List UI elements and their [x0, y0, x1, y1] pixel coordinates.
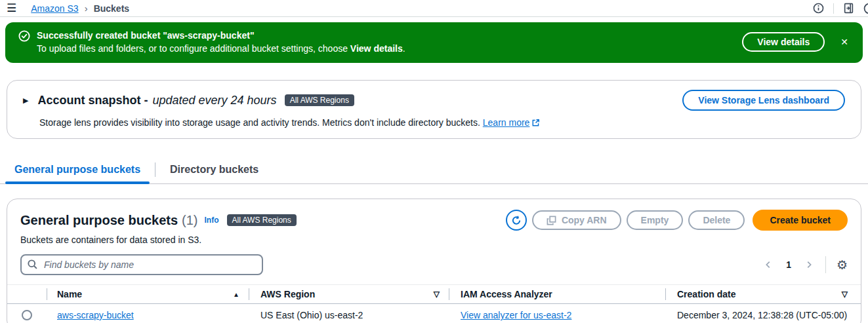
account-snapshot-title: Account snapshot - — [37, 94, 148, 107]
all-aws-regions-badge: All AWS Regions — [227, 214, 297, 226]
info-link[interactable]: Info — [205, 216, 219, 225]
panel-action-buttons: Copy ARN Empty Delete Create bucket — [506, 210, 848, 231]
top-navigation-bar: ☰ Amazon S3 › Buckets — [0, 0, 868, 17]
header-creation-date[interactable]: Creation date ▽ — [665, 289, 861, 299]
breadcrumb-buckets: Buckets — [94, 3, 129, 14]
expand-caret-icon[interactable]: ▶ — [23, 96, 28, 105]
header-iam-label: IAM Access Analyzer — [461, 289, 552, 299]
create-bucket-button[interactable]: Create bucket — [753, 210, 848, 231]
success-flashbar: Successfully created bucket "aws-scrapy-… — [5, 22, 863, 63]
filter-icon[interactable]: ▽ — [842, 290, 848, 299]
buckets-table: Name ▲ AWS Region ▽ IAM Access Analyzer … — [7, 284, 861, 323]
tab-divider — [155, 162, 155, 177]
search-input[interactable] — [20, 254, 263, 275]
panel-title: General purpose buckets — [20, 213, 178, 228]
delete-button[interactable]: Delete — [688, 210, 745, 230]
account-snapshot-description: Storage lens provides visibility into st… — [39, 117, 845, 128]
header-aws-region[interactable]: AWS Region ▽ — [249, 289, 449, 299]
filter-icon[interactable]: ▽ — [434, 290, 440, 299]
next-page-icon[interactable] — [803, 259, 815, 271]
search-field — [20, 254, 263, 275]
table-row: aws-scrapy-bucket US East (Ohio) us-east… — [7, 304, 861, 323]
header-name-label: Name — [57, 289, 82, 299]
hamburger-menu-icon[interactable]: ☰ — [7, 3, 16, 14]
copy-arn-button[interactable]: Copy ARN — [532, 210, 621, 230]
column-divider — [449, 288, 449, 300]
account-snapshot-subtitle: updated every 24 hours — [152, 94, 276, 107]
active-tab-underline — [5, 181, 150, 184]
bucket-type-tabs: General purpose buckets Directory bucket… — [0, 159, 868, 184]
tab-general-purpose-buckets[interactable]: General purpose buckets — [5, 159, 150, 183]
all-aws-regions-badge: All AWS Regions — [285, 94, 354, 106]
bucket-name-link[interactable]: aws-scrapy-bucket — [57, 310, 134, 320]
tab-directory-label: Directory buckets — [170, 164, 258, 175]
storage-lens-description: Storage lens provides visibility into st… — [39, 117, 480, 128]
pagination-controls: 1 ⚙ — [762, 256, 848, 273]
current-page-number[interactable]: 1 — [781, 259, 796, 270]
bucket-creation-date: December 3, 2024, 12:38:28 (UTC-05:00) — [677, 310, 847, 320]
info-icon[interactable] — [813, 3, 824, 14]
clock-icon[interactable] — [863, 3, 868, 14]
bucket-count: (1) — [182, 213, 197, 228]
flashbar-body-bold: View details — [350, 43, 403, 54]
table-header-row: Name ▲ AWS Region ▽ IAM Access Analyzer … — [7, 284, 861, 304]
previous-page-icon[interactable] — [762, 259, 774, 271]
row-radio-button[interactable] — [22, 310, 32, 320]
general-purpose-buckets-panel: General purpose buckets (1) Info All AWS… — [7, 199, 861, 323]
learn-more-link[interactable]: Learn more — [483, 117, 530, 128]
topbar-divider — [833, 3, 834, 14]
header-name[interactable]: Name ▲ — [47, 289, 249, 299]
tab-directory-buckets[interactable]: Directory buckets — [161, 159, 268, 183]
toolbar-divider — [825, 256, 826, 273]
column-divider — [665, 288, 666, 300]
header-iam-access-analyzer[interactable]: IAM Access Analyzer — [449, 289, 665, 299]
panel-description: Buckets are containers for data stored i… — [7, 231, 861, 245]
tab-general-label: General purpose buckets — [14, 164, 140, 175]
breadcrumb-amazon-s3[interactable]: Amazon S3 — [31, 3, 78, 14]
copy-icon — [547, 216, 556, 225]
flashbar-body: To upload files and folders, or to confi… — [37, 42, 405, 55]
search-icon — [27, 259, 38, 270]
refresh-button[interactable] — [506, 210, 527, 231]
breadcrumb-separator-icon: › — [85, 3, 88, 14]
account-snapshot-card: ▶ Account snapshot - updated every 24 ho… — [7, 80, 861, 139]
external-link-icon — [531, 119, 540, 127]
gear-icon[interactable]: ⚙ — [837, 259, 848, 271]
copy-arn-label: Copy ARN — [562, 215, 607, 225]
view-details-button[interactable]: View details — [742, 32, 825, 52]
topbar-icons — [813, 3, 868, 14]
flashbar-title: Successfully created bucket "aws-scrapy-… — [37, 29, 405, 42]
close-icon[interactable]: ✕ — [840, 37, 848, 47]
column-divider — [47, 288, 47, 300]
header-region-label: AWS Region — [260, 289, 315, 299]
table-toolbar: 1 ⚙ — [7, 245, 861, 275]
empty-button[interactable]: Empty — [627, 210, 684, 230]
header-date-label: Creation date — [677, 289, 735, 299]
success-check-icon — [18, 30, 30, 42]
sort-ascending-icon[interactable]: ▲ — [233, 291, 239, 298]
column-divider — [249, 288, 249, 300]
view-storage-lens-dashboard-button[interactable]: View Storage Lens dashboard — [682, 90, 845, 111]
flashbar-body-suffix: . — [403, 43, 405, 54]
side-panel-toggle-icon[interactable] — [843, 3, 854, 14]
view-analyzer-link[interactable]: View analyzer for us-east-2 — [461, 310, 571, 320]
flashbar-message: Successfully created bucket "aws-scrapy-… — [37, 29, 405, 55]
bucket-region: US East (Ohio) us-east-2 — [260, 310, 363, 320]
flashbar-body-text: To upload files and folders, or to confi… — [37, 43, 350, 54]
